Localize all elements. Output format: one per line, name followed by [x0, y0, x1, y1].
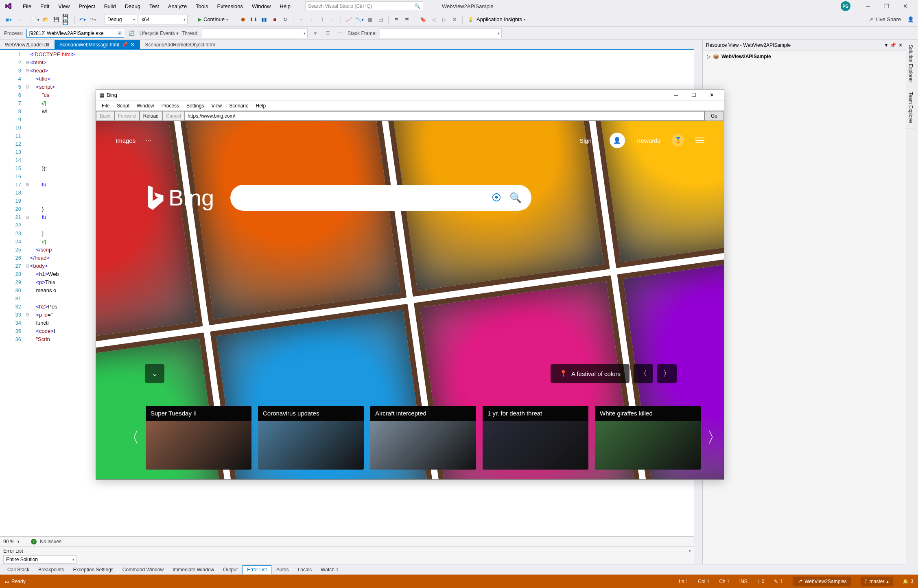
- step-over-icon[interactable]: ⤴: [307, 15, 316, 24]
- webview-menu-item[interactable]: Script: [114, 102, 133, 109]
- step-icon2[interactable]: ↓: [328, 15, 337, 24]
- breakpoint-toggle-icon[interactable]: ⬣: [238, 15, 247, 24]
- publish-indicator[interactable]: ↑ 0: [757, 579, 765, 584]
- nav-forward-icon[interactable]: →: [15, 15, 24, 24]
- webview-menu-item[interactable]: File: [98, 102, 113, 109]
- more-icon[interactable]: ⋯: [145, 137, 151, 144]
- pin-icon[interactable]: 📌: [890, 42, 896, 48]
- lifecycle-icon[interactable]: 🔄: [127, 29, 136, 38]
- reload-button[interactable]: Reload: [140, 111, 162, 121]
- process-dropdown[interactable]: [92812] WebView2APISample.exe: [26, 29, 124, 38]
- rewards-link[interactable]: Rewards: [636, 137, 660, 144]
- tool-tab[interactable]: Watch 1: [317, 566, 343, 574]
- bm-clear-icon[interactable]: ✖: [450, 15, 459, 24]
- image-caption[interactable]: 📍 A festival of colors: [551, 364, 629, 383]
- menu-file[interactable]: File: [19, 2, 35, 11]
- error-scope-dropdown[interactable]: Entire Solution: [3, 555, 76, 564]
- side-tab[interactable]: Solution Explorer: [906, 40, 915, 87]
- bm-prev-icon[interactable]: ◁: [429, 15, 438, 24]
- bing-search-input[interactable]: [240, 193, 483, 202]
- repo-indicator[interactable]: ⎇ WebView2Samples: [793, 577, 851, 586]
- bing-search-box[interactable]: ⦿ 🔍: [230, 185, 531, 211]
- close-icon[interactable]: ✕: [898, 42, 903, 48]
- webview-menu-item[interactable]: Scenario: [226, 102, 251, 109]
- step-out-icon[interactable]: ⤵: [318, 15, 327, 24]
- liveshare-button[interactable]: ↗ Live Share 👤: [869, 16, 914, 22]
- webview-menu-item[interactable]: Process: [158, 102, 182, 109]
- zoom-level[interactable]: 90 %: [3, 539, 14, 544]
- tool-tab[interactable]: Immediate Window: [168, 566, 218, 574]
- dropdown-icon[interactable]: ▾: [689, 549, 691, 553]
- step-icon[interactable]: ⬇⬇: [249, 15, 258, 24]
- back-button[interactable]: Back: [96, 111, 114, 121]
- carousel-next-button[interactable]: 〉: [707, 428, 722, 448]
- tool-tab[interactable]: Locals: [294, 566, 316, 574]
- prev-image-button[interactable]: 〈: [634, 364, 653, 383]
- config-dropdown[interactable]: Debug: [105, 15, 137, 24]
- rewards-icon[interactable]: 🏅: [672, 134, 684, 146]
- bookmark-icon[interactable]: 🔖: [418, 15, 427, 24]
- minimize-button[interactable]: ─: [667, 90, 685, 101]
- tool-tab[interactable]: Error List: [243, 565, 271, 574]
- webview-menu-item[interactable]: Help: [253, 102, 269, 109]
- tool-tab[interactable]: Breakpoints: [34, 566, 68, 574]
- filter1-icon[interactable]: ▼: [311, 29, 320, 38]
- bulb-icon[interactable]: 💡: [466, 15, 475, 24]
- images-link[interactable]: Images: [116, 137, 136, 144]
- news-card[interactable]: White giraffes killed: [595, 406, 701, 470]
- doc-tab[interactable]: WebView2Loader.dll: [0, 40, 55, 49]
- graph1-icon[interactable]: 📈: [344, 15, 353, 24]
- platform-dropdown[interactable]: x64: [139, 15, 188, 24]
- app-insights-button[interactable]: Application Insights ▾: [476, 16, 526, 22]
- camera-icon[interactable]: ⦿: [492, 192, 501, 203]
- menu-view[interactable]: View: [54, 2, 74, 11]
- doc-tab[interactable]: ScenarioWebMessage.html📌✕: [55, 40, 140, 49]
- continue-button[interactable]: ▶ Continue ▾: [195, 15, 232, 24]
- filter3-icon[interactable]: 〰: [335, 29, 344, 38]
- restart-icon[interactable]: ↻: [281, 15, 290, 24]
- bm-next-icon[interactable]: ▷: [439, 15, 448, 24]
- tool-tab[interactable]: Call Stack: [3, 566, 33, 574]
- news-card[interactable]: 1 yr. for death threat: [483, 406, 588, 470]
- search-box[interactable]: Search Visual Studio (Ctrl+Q) 🔍: [305, 1, 423, 11]
- dropdown-icon[interactable]: ▾: [885, 42, 887, 48]
- new-item-icon[interactable]: 📄▾: [31, 15, 39, 24]
- close-button[interactable]: ✕: [703, 90, 721, 101]
- carousel-prev-button[interactable]: 〈: [125, 428, 139, 448]
- minimize-button[interactable]: ─: [859, 0, 877, 12]
- menu-help[interactable]: Help: [275, 2, 295, 11]
- menu-project[interactable]: Project: [74, 2, 99, 11]
- menu-edit[interactable]: Edit: [36, 2, 53, 11]
- webview-menu-item[interactable]: Settings: [183, 102, 207, 109]
- undo-icon[interactable]: ↶▾: [78, 15, 87, 24]
- tool-tab[interactable]: Command Window: [118, 566, 168, 574]
- news-card[interactable]: Coronavirus updates: [258, 406, 364, 470]
- pause-icon[interactable]: ▮▮: [260, 15, 269, 24]
- stackframe-dropdown[interactable]: [380, 28, 502, 38]
- maximize-button[interactable]: ❐: [877, 0, 896, 12]
- maximize-button[interactable]: ☐: [685, 90, 703, 101]
- close-button[interactable]: ✕: [896, 0, 915, 12]
- indent2-icon[interactable]: ≣: [402, 15, 411, 24]
- signin-link[interactable]: Sign in: [579, 137, 598, 144]
- thread-dropdown[interactable]: [202, 28, 308, 38]
- notification-indicator[interactable]: 🔔3: [903, 579, 913, 584]
- menu-extensions[interactable]: Extensions: [213, 2, 247, 11]
- news-card[interactable]: Super Tuesday II: [146, 406, 251, 470]
- go-button[interactable]: Go: [704, 111, 724, 121]
- tool-tab[interactable]: Output: [219, 566, 242, 574]
- tool-tab[interactable]: Exception Settings: [69, 566, 117, 574]
- menu-build[interactable]: Build: [100, 2, 120, 11]
- webview-menu-item[interactable]: View: [208, 102, 225, 109]
- indent1-icon[interactable]: ≣: [392, 15, 401, 24]
- layout1-icon[interactable]: ▥: [365, 15, 374, 24]
- layout2-icon[interactable]: ▤: [376, 15, 385, 24]
- branch-indicator[interactable]: ᚴ master ▴: [861, 577, 893, 586]
- forward-button[interactable]: Forward: [114, 111, 140, 121]
- news-card[interactable]: Aircraft intercepted: [370, 406, 476, 470]
- step-into-icon[interactable]: →: [297, 15, 306, 24]
- user-icon[interactable]: 👤: [610, 133, 625, 148]
- lifecycle-label[interactable]: Lifecycle Events ▾: [140, 31, 179, 36]
- menu-window[interactable]: Window: [248, 2, 275, 11]
- menu-test[interactable]: Test: [145, 2, 163, 11]
